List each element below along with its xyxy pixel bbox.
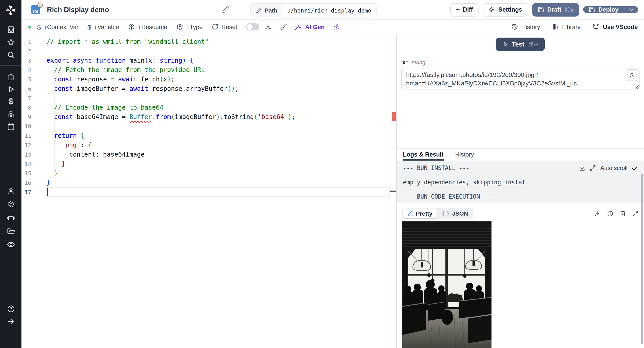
line-content: const base64Image = Buffer.from(imageBuf… <box>46 112 390 122</box>
overview-ruler[interactable] <box>390 34 396 348</box>
boxes-icon <box>6 110 15 118</box>
sidebar-item-favorites[interactable] <box>4 36 18 48</box>
view-mode-json[interactable]: { } JSON <box>438 209 472 218</box>
sidebar-item-workspace[interactable] <box>4 23 18 36</box>
code-line[interactable]: 14 } <box>22 159 390 169</box>
building-icon <box>6 25 15 34</box>
sidebar-item-home[interactable] <box>4 70 18 83</box>
dollar-icon: $ <box>630 72 634 78</box>
code-line[interactable]: 10 <box>22 122 390 131</box>
page-title: Rich Display demo <box>47 6 109 14</box>
panel-scrollbar[interactable] <box>641 174 643 344</box>
sidebar-item-audit-logs[interactable] <box>4 238 18 251</box>
code-line[interactable]: 11 return { <box>22 131 390 140</box>
reset-button[interactable]: Reset <box>212 23 237 30</box>
code-editor[interactable]: 1// import * as wmill from "windmill-cli… <box>22 34 396 348</box>
add-type-button[interactable]: +Type <box>176 23 202 30</box>
code-line[interactable]: 4 // Fetch the image from the provided U… <box>22 65 390 75</box>
multiplayer-toggle[interactable] <box>246 23 260 30</box>
view-mode-pretty[interactable]: Pretty <box>403 209 437 218</box>
code-line[interactable]: 17 <box>22 188 390 197</box>
copy-result-button[interactable] <box>620 210 626 217</box>
sidebar-item-folders[interactable] <box>4 224 18 238</box>
line-content: // import * as wmill from "windmill-clie… <box>46 37 390 46</box>
package-icon <box>128 23 135 30</box>
add-variable-button[interactable]: $ +Variable <box>88 24 119 30</box>
sidebar-item-runs[interactable] <box>4 83 18 95</box>
check-icon[interactable] <box>632 165 638 171</box>
line-number: 16 <box>22 178 46 188</box>
settings-button[interactable]: Settings <box>483 3 528 16</box>
log-panel[interactable]: --- BUN INSTALL --- empty dependencies, … <box>397 160 644 203</box>
library-button[interactable]: Library <box>552 23 580 30</box>
code-line[interactable]: 13 content: base64Image <box>22 150 390 159</box>
line-content: // Encode the image to base64 <box>46 103 390 112</box>
code-line[interactable]: 9 const base64Image = Buffer.from(imageB… <box>22 112 390 122</box>
use-vscode-button[interactable]: Use VScode <box>592 23 638 31</box>
test-shortcut: ⌘↵ <box>528 41 539 48</box>
download-logs-button[interactable] <box>579 164 586 171</box>
sidebar-item-search[interactable] <box>4 48 18 61</box>
package-icon <box>176 23 183 30</box>
robot-icon <box>6 213 15 222</box>
result-info-button[interactable] <box>607 210 614 217</box>
code-line[interactable]: 15 } <box>22 169 390 178</box>
deploy-button[interactable]: Deploy <box>583 6 624 13</box>
code-line[interactable]: 12 "png": { <box>22 140 390 150</box>
language-badge: TS <box>31 5 41 14</box>
result-view-switcher: Pretty { } JSON <box>402 208 639 219</box>
add-resource-button[interactable]: +Resource <box>128 23 167 30</box>
test-button[interactable]: Test ⌘↵ <box>496 38 545 51</box>
download-result-button[interactable] <box>594 210 601 217</box>
sidebar-item-workers[interactable] <box>4 211 18 224</box>
code-line[interactable]: 3export async function main(x: string) { <box>22 56 390 65</box>
line-content <box>46 94 390 103</box>
diff-button[interactable]: ± Diff <box>450 3 478 16</box>
code-line[interactable]: 7 <box>22 94 390 103</box>
pencil-icon <box>222 6 230 14</box>
ai-gen-button[interactable]: AI Gen <box>294 23 325 31</box>
calendar-icon <box>6 122 15 131</box>
sidebar-item-variables[interactable]: $ <box>4 95 18 108</box>
code-line[interactable]: 2 <box>22 46 390 56</box>
format-code-button[interactable] <box>280 23 287 31</box>
tab-history[interactable]: History <box>455 148 474 160</box>
ai-sparkles-button[interactable] <box>333 23 340 31</box>
expand-result-button[interactable] <box>632 210 639 217</box>
code-line[interactable]: 16} <box>22 178 390 188</box>
history-button[interactable]: History <box>511 23 540 30</box>
sidebar-item-resources[interactable] <box>4 108 18 120</box>
sidebar-item-settings[interactable] <box>4 198 18 211</box>
line-number: 3 <box>22 56 46 65</box>
line-number: 8 <box>22 103 46 112</box>
deploy-menu-button[interactable] <box>624 6 638 13</box>
code-line[interactable]: 6 const imageBuffer = await response.arr… <box>22 84 390 94</box>
sidebar-item-expand[interactable] <box>4 315 18 328</box>
tab-logs-and-result[interactable]: Logs & Result <box>403 148 444 160</box>
expand-logs-button[interactable] <box>590 164 596 171</box>
line-content: content: base64Image <box>46 150 390 159</box>
argument-input[interactable]: https://fastly.picsum.photos/id/192/200/… <box>401 68 640 90</box>
insert-variable-button[interactable]: $ <box>626 69 638 81</box>
deploy-split-button: Deploy <box>583 6 638 13</box>
line-number: 12 <box>22 140 46 150</box>
sidebar-item-schedules[interactable] <box>4 120 18 133</box>
path-control[interactable]: Path u/henri/rich_display_demo <box>250 3 377 18</box>
rotate-cw-icon <box>212 23 219 30</box>
line-content: } <box>46 169 390 178</box>
indent-guide <box>54 65 54 178</box>
draft-button[interactable]: Draft ⌘S <box>532 3 579 16</box>
pencil-icon <box>256 8 262 13</box>
sidebar-item-help[interactable] <box>4 302 18 315</box>
windmill-logo-icon[interactable] <box>5 4 16 16</box>
result-image[interactable] <box>402 222 492 348</box>
sidebar-item-users[interactable] <box>4 184 18 198</box>
collaborators-button[interactable] <box>265 23 272 31</box>
add-context-var-button[interactable]: $ +Context Var <box>37 24 78 30</box>
edit-title-button[interactable] <box>222 6 230 14</box>
history-icon <box>511 23 518 30</box>
code-line[interactable]: 1// import * as wmill from "windmill-cli… <box>22 37 390 46</box>
code-line[interactable]: 8 // Encode the image to base64 <box>22 103 390 112</box>
path-value: u/henri/rich_display_demo <box>282 4 376 17</box>
code-line[interactable]: 5 const response = await fetch(x); <box>22 75 390 84</box>
